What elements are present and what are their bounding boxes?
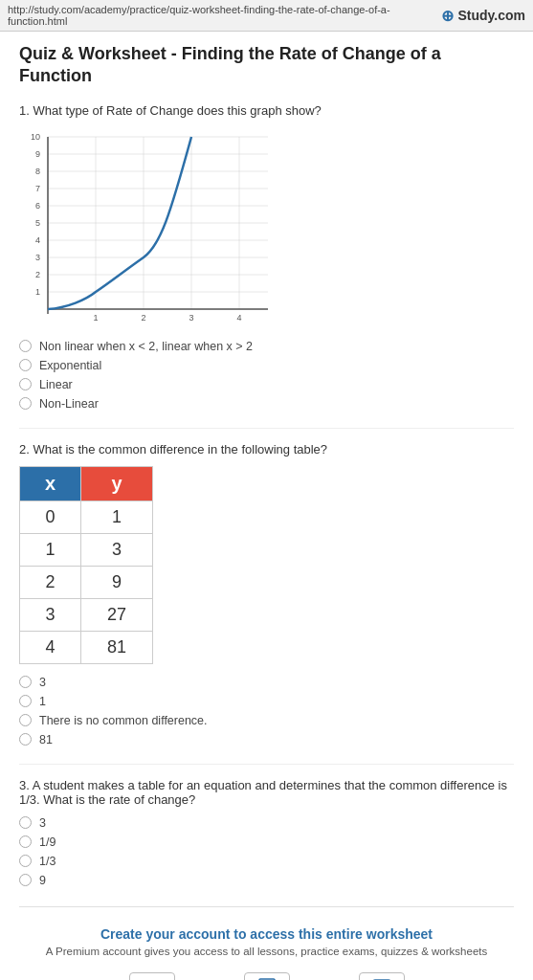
option-3-2-label: 1/9 [39, 835, 56, 849]
radio-3-3[interactable] [19, 855, 32, 867]
site-logo: ⊕ Study.com [441, 7, 525, 25]
table-cell: 0 [20, 501, 81, 533]
table-header-y: y [81, 466, 153, 501]
svg-text:2: 2 [35, 270, 40, 279]
option-2-4-label: 81 [39, 733, 53, 746]
table-cell: 3 [81, 533, 153, 566]
option-3-1[interactable]: 3 [19, 816, 514, 830]
question-1-options: Non linear when x < 2, linear when x > 2… [19, 340, 514, 411]
footer-icon-item-2: Quizzes, practice exams & worksheets [224, 972, 310, 980]
radio-2-1[interactable] [19, 676, 32, 688]
table-cell: 81 [81, 631, 153, 663]
radio-2-3[interactable] [19, 714, 32, 726]
page-title: Quiz & Worksheet - Finding the Rate of C… [19, 43, 514, 88]
question-3: 3. A student makes a table for an equati… [19, 778, 514, 887]
option-2-3[interactable]: There is no common difference. [19, 714, 514, 727]
question-3-options: 3 1/9 1/3 9 [19, 816, 514, 887]
option-3-4-label: 9 [39, 874, 46, 887]
option-1-1-label: Non linear when x < 2, linear when x > 2 [39, 340, 253, 353]
footer-icon-item-3: Access to experts for homework questions [339, 972, 425, 980]
option-3-3[interactable]: 1/3 [19, 855, 514, 868]
svg-text:3: 3 [189, 313, 193, 323]
table-cell: 27 [81, 598, 153, 631]
table-cell: 1 [20, 533, 81, 566]
option-2-1[interactable]: 3 [19, 676, 514, 689]
radio-3-2[interactable] [19, 835, 32, 848]
svg-text:8: 8 [35, 167, 40, 176]
divider-2 [19, 764, 514, 765]
table-header-x: x [20, 466, 81, 501]
url-text: http://study.com/academy/practice/quiz-w… [8, 4, 441, 27]
footer-icon-item-1: ▶ Access to all video lessons [109, 972, 195, 980]
option-1-4-label: Non-Linear [39, 397, 99, 411]
logo-icon: ⊕ [441, 7, 454, 25]
radio-2-2[interactable] [19, 695, 32, 707]
divider-1 [19, 428, 514, 429]
graph-container: 10 9 8 7 6 5 4 3 2 1 1 2 3 4 [19, 127, 514, 328]
svg-text:4: 4 [236, 313, 241, 323]
question-2-options: 3 1 There is no common difference. 81 [19, 676, 514, 746]
question-3-text: 3. A student makes a table for an equati… [19, 778, 514, 807]
table-cell: 9 [81, 566, 153, 598]
question-1-text: 1. What type of Rate of Change does this… [19, 103, 514, 118]
svg-text:5: 5 [35, 218, 40, 228]
table-cell: 3 [20, 598, 81, 631]
radio-1-3[interactable] [19, 378, 32, 390]
table-cell: 4 [20, 631, 81, 663]
option-2-2[interactable]: 1 [19, 695, 514, 708]
option-1-1[interactable]: Non linear when x < 2, linear when x > 2 [19, 340, 514, 353]
question-2-text: 2. What is the common difference in the … [19, 442, 514, 457]
graph-svg: 10 9 8 7 6 5 4 3 2 1 1 2 3 4 [19, 127, 278, 328]
option-1-4[interactable]: Non-Linear [19, 397, 514, 411]
option-1-2[interactable]: Exponential [19, 359, 514, 372]
option-3-4[interactable]: 9 [19, 874, 514, 887]
svg-text:9: 9 [35, 149, 40, 159]
radio-3-4[interactable] [19, 874, 32, 886]
radio-1-4[interactable] [19, 397, 32, 410]
option-3-3-label: 1/3 [39, 855, 56, 868]
option-1-2-label: Exponential [39, 359, 101, 372]
option-1-3-label: Linear [39, 378, 73, 391]
cta-title: Create your account to access this entir… [29, 926, 504, 942]
svg-text:4: 4 [35, 235, 40, 245]
question-2: 2. What is the common difference in the … [19, 442, 514, 746]
table-row: 1 3 [20, 533, 153, 566]
cta-subtitle: A Premium account gives you access to al… [29, 946, 504, 957]
xy-table: x y 0 1 1 3 2 9 3 27 [19, 466, 153, 664]
table-row: 4 81 [20, 631, 153, 663]
radio-1-1[interactable] [19, 340, 32, 352]
logo-text: Study.com [457, 8, 525, 23]
radio-3-1[interactable] [19, 816, 32, 829]
table-cell: 2 [20, 566, 81, 598]
option-2-3-label: There is no common difference. [39, 714, 208, 727]
main-content: Quiz & Worksheet - Finding the Rate of C… [0, 32, 533, 980]
footer-icons: ▶ Access to all video lessons Quizz [29, 972, 504, 980]
table-row: 2 9 [20, 566, 153, 598]
footer-icon-box-3 [359, 972, 405, 980]
svg-text:1: 1 [93, 313, 98, 323]
url-bar: http://study.com/academy/practice/quiz-w… [0, 0, 533, 32]
footer-icon-box-1: ▶ [129, 972, 175, 980]
question-1: 1. What type of Rate of Change does this… [19, 103, 514, 411]
option-3-2[interactable]: 1/9 [19, 835, 514, 849]
table-cell: 1 [81, 501, 153, 533]
table-row: 0 1 [20, 501, 153, 533]
footer-icon-box-2 [244, 972, 290, 980]
radio-1-2[interactable] [19, 359, 32, 371]
option-2-2-label: 1 [39, 695, 46, 708]
radio-2-4[interactable] [19, 733, 32, 746]
svg-text:1: 1 [35, 287, 40, 297]
svg-text:2: 2 [141, 313, 145, 323]
table-row: 3 27 [20, 598, 153, 631]
option-1-3[interactable]: Linear [19, 378, 514, 391]
option-2-4[interactable]: 81 [19, 733, 514, 746]
option-3-1-label: 3 [39, 816, 46, 830]
footer-cta: Create your account to access this entir… [19, 906, 514, 980]
svg-text:3: 3 [35, 253, 40, 262]
svg-text:7: 7 [35, 184, 40, 193]
svg-text:10: 10 [31, 132, 40, 142]
option-2-1-label: 3 [39, 676, 46, 689]
svg-text:6: 6 [35, 201, 40, 211]
